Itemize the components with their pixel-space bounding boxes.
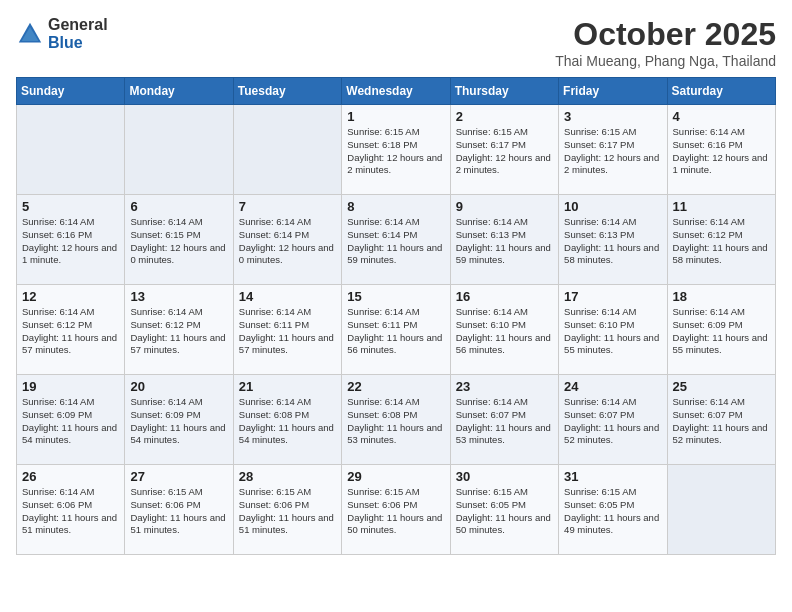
weekday-header: Monday	[125, 78, 233, 105]
logo-text: General Blue	[48, 16, 108, 51]
calendar-cell: 1Sunrise: 6:15 AM Sunset: 6:18 PM Daylig…	[342, 105, 450, 195]
calendar-cell: 3Sunrise: 6:15 AM Sunset: 6:17 PM Daylig…	[559, 105, 667, 195]
calendar-cell: 7Sunrise: 6:14 AM Sunset: 6:14 PM Daylig…	[233, 195, 341, 285]
weekday-row: SundayMondayTuesdayWednesdayThursdayFrid…	[17, 78, 776, 105]
calendar-week-row: 19Sunrise: 6:14 AM Sunset: 6:09 PM Dayli…	[17, 375, 776, 465]
title-block: October 2025 Thai Mueang, Phang Nga, Tha…	[555, 16, 776, 69]
cell-info: Sunrise: 6:14 AM Sunset: 6:15 PM Dayligh…	[130, 216, 227, 267]
cell-info: Sunrise: 6:14 AM Sunset: 6:09 PM Dayligh…	[673, 306, 770, 357]
calendar-cell: 17Sunrise: 6:14 AM Sunset: 6:10 PM Dayli…	[559, 285, 667, 375]
day-number: 24	[564, 379, 661, 394]
weekday-header: Wednesday	[342, 78, 450, 105]
cell-info: Sunrise: 6:15 AM Sunset: 6:06 PM Dayligh…	[130, 486, 227, 537]
day-number: 23	[456, 379, 553, 394]
logo-blue: Blue	[48, 34, 108, 52]
calendar-cell: 12Sunrise: 6:14 AM Sunset: 6:12 PM Dayli…	[17, 285, 125, 375]
day-number: 21	[239, 379, 336, 394]
day-number: 30	[456, 469, 553, 484]
calendar-cell: 16Sunrise: 6:14 AM Sunset: 6:10 PM Dayli…	[450, 285, 558, 375]
calendar-cell: 10Sunrise: 6:14 AM Sunset: 6:13 PM Dayli…	[559, 195, 667, 285]
calendar-cell: 20Sunrise: 6:14 AM Sunset: 6:09 PM Dayli…	[125, 375, 233, 465]
cell-info: Sunrise: 6:14 AM Sunset: 6:16 PM Dayligh…	[22, 216, 119, 267]
calendar-body: 1Sunrise: 6:15 AM Sunset: 6:18 PM Daylig…	[17, 105, 776, 555]
calendar-cell: 24Sunrise: 6:14 AM Sunset: 6:07 PM Dayli…	[559, 375, 667, 465]
day-number: 20	[130, 379, 227, 394]
cell-info: Sunrise: 6:15 AM Sunset: 6:18 PM Dayligh…	[347, 126, 444, 177]
day-number: 14	[239, 289, 336, 304]
calendar-week-row: 12Sunrise: 6:14 AM Sunset: 6:12 PM Dayli…	[17, 285, 776, 375]
cell-info: Sunrise: 6:15 AM Sunset: 6:05 PM Dayligh…	[564, 486, 661, 537]
calendar-cell: 5Sunrise: 6:14 AM Sunset: 6:16 PM Daylig…	[17, 195, 125, 285]
day-number: 12	[22, 289, 119, 304]
calendar-cell: 28Sunrise: 6:15 AM Sunset: 6:06 PM Dayli…	[233, 465, 341, 555]
day-number: 31	[564, 469, 661, 484]
calendar-cell: 6Sunrise: 6:14 AM Sunset: 6:15 PM Daylig…	[125, 195, 233, 285]
calendar-cell: 8Sunrise: 6:14 AM Sunset: 6:14 PM Daylig…	[342, 195, 450, 285]
location: Thai Mueang, Phang Nga, Thailand	[555, 53, 776, 69]
calendar-cell: 26Sunrise: 6:14 AM Sunset: 6:06 PM Dayli…	[17, 465, 125, 555]
day-number: 9	[456, 199, 553, 214]
cell-info: Sunrise: 6:14 AM Sunset: 6:07 PM Dayligh…	[564, 396, 661, 447]
weekday-header: Sunday	[17, 78, 125, 105]
cell-info: Sunrise: 6:14 AM Sunset: 6:16 PM Dayligh…	[673, 126, 770, 177]
cell-info: Sunrise: 6:14 AM Sunset: 6:14 PM Dayligh…	[347, 216, 444, 267]
cell-info: Sunrise: 6:14 AM Sunset: 6:06 PM Dayligh…	[22, 486, 119, 537]
cell-info: Sunrise: 6:15 AM Sunset: 6:05 PM Dayligh…	[456, 486, 553, 537]
day-number: 19	[22, 379, 119, 394]
weekday-header: Saturday	[667, 78, 775, 105]
day-number: 28	[239, 469, 336, 484]
day-number: 25	[673, 379, 770, 394]
calendar-cell	[125, 105, 233, 195]
day-number: 6	[130, 199, 227, 214]
calendar-cell: 21Sunrise: 6:14 AM Sunset: 6:08 PM Dayli…	[233, 375, 341, 465]
weekday-header: Thursday	[450, 78, 558, 105]
weekday-header: Tuesday	[233, 78, 341, 105]
calendar-week-row: 1Sunrise: 6:15 AM Sunset: 6:18 PM Daylig…	[17, 105, 776, 195]
cell-info: Sunrise: 6:14 AM Sunset: 6:11 PM Dayligh…	[347, 306, 444, 357]
calendar-cell	[667, 465, 775, 555]
calendar-cell	[233, 105, 341, 195]
cell-info: Sunrise: 6:15 AM Sunset: 6:17 PM Dayligh…	[564, 126, 661, 177]
cell-info: Sunrise: 6:14 AM Sunset: 6:07 PM Dayligh…	[673, 396, 770, 447]
cell-info: Sunrise: 6:14 AM Sunset: 6:14 PM Dayligh…	[239, 216, 336, 267]
calendar-cell: 18Sunrise: 6:14 AM Sunset: 6:09 PM Dayli…	[667, 285, 775, 375]
cell-info: Sunrise: 6:14 AM Sunset: 6:13 PM Dayligh…	[456, 216, 553, 267]
day-number: 1	[347, 109, 444, 124]
calendar-cell: 27Sunrise: 6:15 AM Sunset: 6:06 PM Dayli…	[125, 465, 233, 555]
calendar-cell: 4Sunrise: 6:14 AM Sunset: 6:16 PM Daylig…	[667, 105, 775, 195]
cell-info: Sunrise: 6:14 AM Sunset: 6:10 PM Dayligh…	[564, 306, 661, 357]
calendar-cell: 23Sunrise: 6:14 AM Sunset: 6:07 PM Dayli…	[450, 375, 558, 465]
month-title: October 2025	[555, 16, 776, 53]
calendar-cell: 11Sunrise: 6:14 AM Sunset: 6:12 PM Dayli…	[667, 195, 775, 285]
day-number: 29	[347, 469, 444, 484]
cell-info: Sunrise: 6:15 AM Sunset: 6:06 PM Dayligh…	[347, 486, 444, 537]
calendar-week-row: 5Sunrise: 6:14 AM Sunset: 6:16 PM Daylig…	[17, 195, 776, 285]
day-number: 26	[22, 469, 119, 484]
cell-info: Sunrise: 6:14 AM Sunset: 6:11 PM Dayligh…	[239, 306, 336, 357]
cell-info: Sunrise: 6:14 AM Sunset: 6:07 PM Dayligh…	[456, 396, 553, 447]
day-number: 22	[347, 379, 444, 394]
calendar-cell: 25Sunrise: 6:14 AM Sunset: 6:07 PM Dayli…	[667, 375, 775, 465]
day-number: 15	[347, 289, 444, 304]
calendar-cell: 29Sunrise: 6:15 AM Sunset: 6:06 PM Dayli…	[342, 465, 450, 555]
day-number: 7	[239, 199, 336, 214]
day-number: 5	[22, 199, 119, 214]
cell-info: Sunrise: 6:15 AM Sunset: 6:06 PM Dayligh…	[239, 486, 336, 537]
cell-info: Sunrise: 6:14 AM Sunset: 6:12 PM Dayligh…	[673, 216, 770, 267]
cell-info: Sunrise: 6:14 AM Sunset: 6:09 PM Dayligh…	[22, 396, 119, 447]
day-number: 18	[673, 289, 770, 304]
calendar-week-row: 26Sunrise: 6:14 AM Sunset: 6:06 PM Dayli…	[17, 465, 776, 555]
calendar-cell: 9Sunrise: 6:14 AM Sunset: 6:13 PM Daylig…	[450, 195, 558, 285]
calendar-cell: 13Sunrise: 6:14 AM Sunset: 6:12 PM Dayli…	[125, 285, 233, 375]
logo: General Blue	[16, 16, 108, 51]
calendar-header: SundayMondayTuesdayWednesdayThursdayFrid…	[17, 78, 776, 105]
day-number: 13	[130, 289, 227, 304]
calendar-cell: 2Sunrise: 6:15 AM Sunset: 6:17 PM Daylig…	[450, 105, 558, 195]
day-number: 4	[673, 109, 770, 124]
weekday-header: Friday	[559, 78, 667, 105]
day-number: 11	[673, 199, 770, 214]
cell-info: Sunrise: 6:14 AM Sunset: 6:08 PM Dayligh…	[239, 396, 336, 447]
cell-info: Sunrise: 6:14 AM Sunset: 6:09 PM Dayligh…	[130, 396, 227, 447]
day-number: 8	[347, 199, 444, 214]
day-number: 2	[456, 109, 553, 124]
